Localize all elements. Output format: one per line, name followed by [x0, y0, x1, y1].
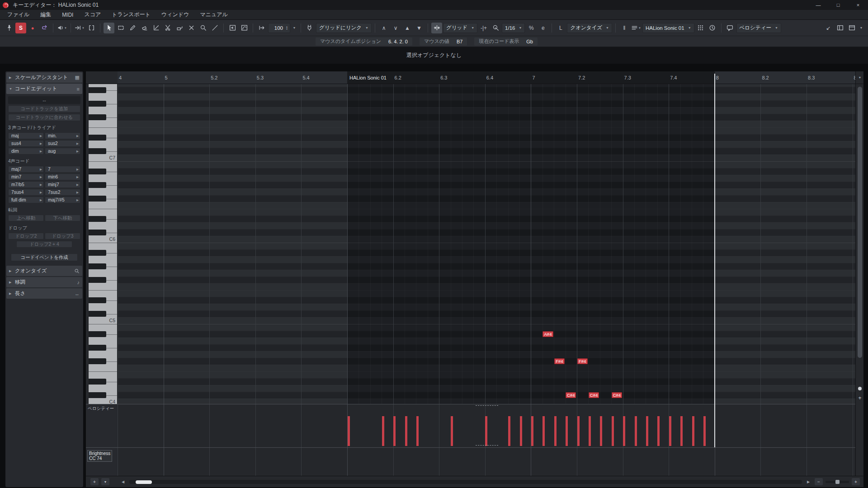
piano-key-black[interactable] — [89, 331, 106, 337]
hzoom-out-button[interactable]: − — [815, 478, 823, 485]
menu-item-1[interactable]: 編集 — [35, 11, 57, 19]
create-chord-event-button[interactable]: コードイベントを作成 — [11, 253, 78, 261]
open-quantize-panel-button[interactable]: e — [538, 23, 548, 33]
controller-lane-preset-button[interactable]: ▼ — [101, 478, 109, 485]
piano-keyboard[interactable]: C4C5C6C7 — [89, 84, 118, 404]
hzoom-in-button[interactable]: + — [852, 478, 860, 485]
menu-item-3[interactable]: スコア — [79, 11, 106, 19]
velocity-bar[interactable] — [405, 416, 407, 446]
section-scale-assistant[interactable]: ▶ スケールアシスタント ▦ — [6, 72, 82, 83]
playhead[interactable] — [714, 74, 715, 447]
length-quantize-icon[interactable]: L — [555, 23, 566, 33]
chord-button-min-[interactable]: min.▶ — [45, 132, 80, 139]
hzoom-slider-thumb[interactable] — [835, 480, 840, 484]
velocity-bar[interactable] — [520, 416, 522, 446]
midi-note[interactable]: F#4 — [577, 358, 588, 364]
edit-active-part-button[interactable]: ▼ — [631, 23, 642, 33]
hzoom-slider-track[interactable] — [826, 481, 849, 483]
cc-lane-label[interactable]: Brightness CC 74 — [86, 447, 118, 476]
maximize-button[interactable]: □ — [828, 0, 848, 10]
event-colors-dropdown[interactable]: ベロシティー▼ — [736, 23, 781, 33]
piano-key-black[interactable] — [89, 250, 106, 256]
split-tool[interactable] — [162, 23, 173, 33]
midi-note[interactable]: F#4 — [554, 358, 565, 364]
velocity-lane[interactable] — [118, 404, 855, 447]
record-in-editor-button[interactable]: ● — [27, 23, 38, 33]
piano-key-black[interactable] — [89, 182, 106, 188]
transpose-down-button[interactable]: ▼ — [414, 23, 425, 33]
cc-lane[interactable] — [118, 447, 855, 476]
move-down-button[interactable]: ∨ — [390, 23, 401, 33]
object-selection-tool[interactable] — [104, 23, 114, 33]
velocity-bar[interactable] — [566, 416, 568, 446]
range-selection-tool[interactable] — [115, 23, 126, 33]
chord-button-dim[interactable]: dim▶ — [8, 148, 44, 155]
grid-type-dropdown[interactable]: グリッド▼ — [443, 23, 477, 33]
piano-key-black[interactable] — [89, 87, 106, 93]
velocity-bar[interactable] — [451, 416, 453, 446]
piano-key-black[interactable] — [89, 101, 106, 107]
note-expression-button[interactable] — [695, 23, 706, 33]
chord-button-minj7[interactable]: minj7▶ — [45, 181, 80, 188]
independent-track-loop-button[interactable] — [707, 23, 718, 33]
mute-tool[interactable] — [186, 23, 197, 33]
add-controller-lane-button[interactable]: + — [90, 478, 99, 485]
chord-button-sus4[interactable]: sus4▶ — [8, 140, 44, 147]
velocity-bar[interactable] — [485, 416, 487, 446]
info-chip-2[interactable]: 現在のコード表示Gb — [474, 38, 537, 46]
midi-input-button[interactable] — [304, 23, 315, 33]
piano-key-black[interactable] — [89, 196, 106, 202]
ruler-options-button[interactable]: ▼ — [856, 71, 864, 84]
part-selector-dropdown[interactable]: HALion Sonic 01▼ — [642, 23, 694, 33]
chord-button--[interactable]: 上へ移動 — [8, 215, 44, 221]
left-zone-toggle-button[interactable] — [835, 23, 845, 33]
window-layout-button[interactable] — [846, 23, 857, 33]
chord-button-min6[interactable]: min6▶ — [45, 174, 80, 180]
vzoom-in-button[interactable]: + — [856, 395, 864, 401]
chord-button--[interactable]: 下へ移動 — [45, 215, 80, 221]
show-part-borders-button[interactable] — [86, 23, 97, 33]
chord-button-aug[interactable]: aug▶ — [45, 148, 80, 155]
midi-note[interactable]: C#4 — [612, 392, 622, 398]
menu-item-6[interactable]: マニュアル — [194, 11, 233, 19]
menu-item-4[interactable]: トランスポート — [106, 11, 156, 19]
show-transpositions-button[interactable] — [239, 23, 250, 33]
velocity-bar[interactable] — [703, 416, 706, 446]
part-editing-mode-icon[interactable]: ‖ — [619, 23, 630, 33]
close-button[interactable]: × — [848, 0, 868, 10]
menu-item-2[interactable]: MIDI — [57, 12, 79, 18]
velocity-bar[interactable] — [542, 416, 545, 446]
piano-key-black[interactable] — [89, 345, 106, 351]
velocity-bar[interactable] — [348, 416, 350, 446]
quantize-icon[interactable] — [490, 23, 501, 33]
piano-key-black[interactable] — [89, 148, 106, 154]
draw-tool[interactable] — [127, 23, 138, 33]
insert-velocity-stepper[interactable]: 100▲▼ — [268, 23, 290, 33]
timeline-ruler[interactable]: 455.25.35.46.26.36.477.27.37.488.28.38.4… — [118, 71, 855, 84]
info-chip-0[interactable]: マウスのタイムポジション6. 4. 2. 0 — [316, 38, 412, 46]
piano-key-black[interactable] — [89, 216, 106, 222]
velocity-bar[interactable] — [646, 416, 648, 446]
chord-button-full-dim[interactable]: full dim▶ — [8, 197, 44, 203]
velocity-bar[interactable] — [531, 416, 533, 446]
vzoom-handle[interactable] — [858, 387, 862, 390]
piano-key-black[interactable] — [89, 358, 106, 364]
velocity-bar[interactable] — [635, 416, 637, 446]
vertical-scrollbar-thumb[interactable] — [858, 87, 862, 358]
velocity-bar[interactable] — [692, 416, 694, 446]
midi-note[interactable]: C#4 — [566, 392, 576, 398]
trim-tool[interactable] — [151, 23, 161, 33]
snap-type-icon[interactable]: -|+ — [478, 23, 489, 33]
section-length[interactable]: ▶ 長さ ↔ — [6, 288, 82, 299]
info-chip-1[interactable]: マウスの値B7 — [420, 38, 467, 46]
velocity-bar[interactable] — [393, 416, 396, 446]
section-transpose[interactable]: ▶ 移調 ♪ — [6, 277, 82, 287]
piano-key-black[interactable] — [89, 263, 106, 269]
velocity-bar[interactable] — [600, 416, 602, 446]
horizontal-scrollbar-thumb[interactable] — [136, 480, 152, 484]
piano-key-black[interactable] — [89, 135, 106, 141]
link-to-grid-dropdown[interactable]: グリッドにリンク▼ — [316, 23, 372, 33]
chord-button-min7[interactable]: min7▶ — [8, 174, 44, 180]
chord-button--2-4[interactable]: ドロップ2 + 4 — [16, 241, 72, 248]
piano-key-black[interactable] — [89, 169, 106, 174]
